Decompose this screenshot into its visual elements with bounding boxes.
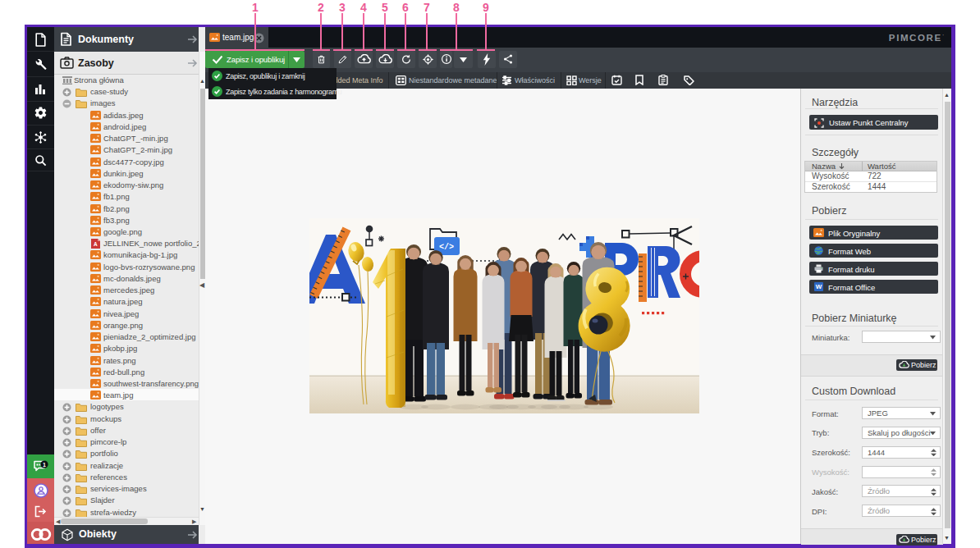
svg-text:1: 1	[43, 462, 46, 468]
svg-text:W: W	[816, 283, 822, 290]
svg-text:</>: </>	[439, 243, 454, 252]
svg-text:A: A	[94, 241, 98, 247]
